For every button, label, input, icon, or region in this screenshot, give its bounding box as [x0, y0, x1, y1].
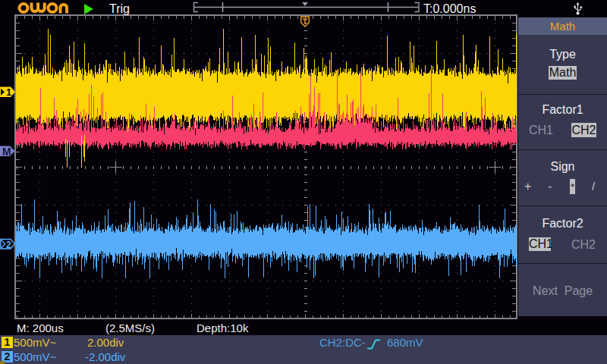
svg-text:2: 2 — [6, 240, 11, 250]
svg-text:M: M — [2, 146, 11, 158]
svg-text:1: 1 — [6, 86, 11, 98]
